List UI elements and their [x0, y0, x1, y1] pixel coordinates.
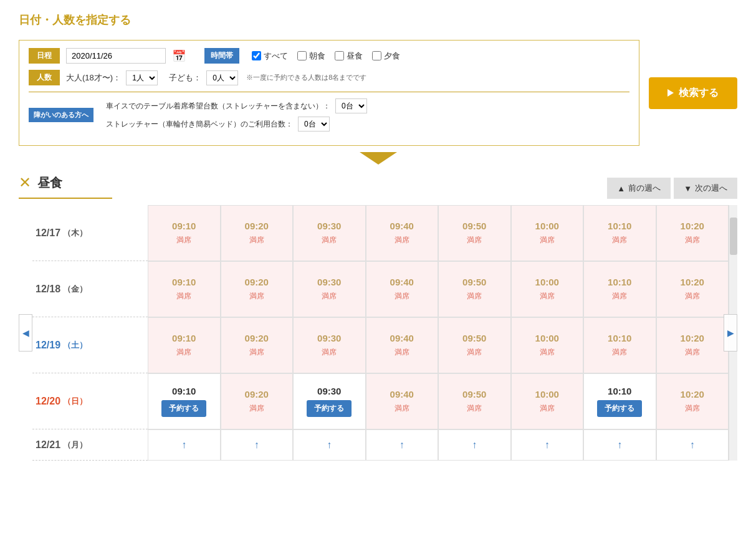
all-checkbox-item[interactable]: すべて: [252, 50, 288, 62]
search-btn-arrow-icon: [667, 89, 674, 97]
disability-row: 障がいのある方へ 車イスでのテーブル着席希望台数（ストレッチャーを含まない）： …: [29, 98, 629, 132]
date-row: 日程 📅 時間帯 すべて 朝食 昼食: [29, 48, 629, 64]
slot-1220-1000: 10:00満席: [511, 373, 584, 429]
lunch-checkbox[interactable]: [335, 51, 344, 60]
date-cell-1220: 12/20 （日）: [32, 373, 148, 429]
scrollbar-thumb[interactable]: [730, 218, 737, 255]
next-week-arrow: ▼: [684, 184, 692, 193]
person-fields: 大人(18才〜)： 1人2人3人 4人5人6人 7人8人 子ども： 0人1人2人…: [66, 70, 366, 85]
slot-1221-1020: ↑: [656, 429, 729, 461]
calendar-icon[interactable]: 📅: [172, 49, 186, 63]
meal-title-block: ✕ 昼食: [19, 174, 112, 199]
schedule-grid-wrapper: ◀ 12/17 （木） 12/18 （金） 12/19 （土） 12/20 （日…: [19, 205, 737, 461]
slots-row-1221: ↑ ↑ ↑ ↑ ↑ ↑: [148, 429, 729, 461]
slot-1218-0910: 09:10満席: [148, 261, 221, 317]
slot-1217-1000: 10:00満席: [511, 205, 584, 261]
date-cell-1217: 12/17 （木）: [32, 205, 148, 261]
search-button[interactable]: 検索する: [649, 77, 737, 109]
stretcher-select[interactable]: 0台1台2台: [298, 117, 330, 132]
slot-1218-1010: 10:10満席: [583, 261, 656, 317]
slot-1217-1010: 10:10満席: [583, 205, 656, 261]
search-form: 日程 📅 時間帯 すべて 朝食 昼食: [19, 40, 639, 146]
slot-1221-0930: ↑: [293, 429, 366, 461]
slot-1217-0910: 09:10満席: [148, 205, 221, 261]
slot-1219-0910: 09:10満席: [148, 317, 221, 373]
date-cell-1219: 12/19 （土）: [32, 317, 148, 373]
week-nav: ▲ 前の週へ ▼ 次の週へ: [607, 178, 737, 199]
reserve-btn-1220-1010[interactable]: 予約する: [597, 400, 642, 417]
meal-title-text: 昼食: [37, 175, 62, 191]
person-label: 人数: [29, 70, 60, 85]
slot-1219-0920: 09:20満席: [221, 317, 294, 373]
slot-1219-1020: 10:20満席: [656, 317, 729, 373]
slot-1219-1010: 10:10満席: [583, 317, 656, 373]
scroll-left-button[interactable]: ◀: [19, 314, 32, 352]
reserve-btn-1220-0930[interactable]: 予約する: [307, 400, 352, 417]
slot-1217-0930: 09:30満席: [293, 205, 366, 261]
date-input[interactable]: [66, 48, 166, 64]
slot-1218-1000: 10:00満席: [511, 261, 584, 317]
slots-row-1219: 09:10満席 09:20満席 09:30満席 09:40満席 09:50満席 …: [148, 317, 729, 373]
slot-1218-0940: 09:40満席: [366, 261, 439, 317]
adult-select[interactable]: 1人2人3人 4人5人6人 7人8人: [126, 70, 158, 85]
date-labels-column: 12/17 （木） 12/18 （金） 12/19 （土） 12/20 （日） …: [32, 205, 148, 461]
lunch-checkbox-item[interactable]: 昼食: [335, 50, 363, 62]
meal-header: ✕ 昼食 ▲ 前の週へ ▼ 次の週へ: [19, 174, 737, 199]
slot-1217-0920: 09:20満席: [221, 205, 294, 261]
date-cell-1221: 12/21 （月）: [32, 429, 148, 461]
child-select[interactable]: 0人1人2人 3人4人5人: [206, 70, 238, 85]
search-btn-col: 検索する: [649, 40, 737, 146]
slot-1221-0940: ↑: [366, 429, 439, 461]
slot-1218-1020: 10:20満席: [656, 261, 729, 317]
breakfast-checkbox-item[interactable]: 朝食: [297, 50, 325, 62]
disability-label: 障がいのある方へ: [29, 108, 93, 122]
slots-area: 09:10満席 09:20満席 09:30満席 09:40満席 09:50満席 …: [148, 205, 729, 461]
all-checkbox[interactable]: [252, 51, 261, 60]
slot-1221-0910: ↑: [148, 429, 221, 461]
slot-1220-0930: 09:30 予約する: [293, 373, 366, 429]
slot-1220-0950: 09:50満席: [438, 373, 511, 429]
form-divider: [29, 92, 629, 92]
slot-1220-1010: 10:10 予約する: [583, 373, 656, 429]
time-label: 時間帯: [204, 48, 239, 64]
search-form-wrapper: 日程 📅 時間帯 すべて 朝食 昼食: [19, 40, 737, 146]
date-cell-1218: 12/18 （金）: [32, 261, 148, 317]
reserve-btn-1220-0910[interactable]: 予約する: [161, 400, 206, 417]
disability-fields: 車イスでのテーブル着席希望台数（ストレッチャーを含まない）： 0台1台2台3台 …: [106, 98, 367, 132]
wheelchair-select[interactable]: 0台1台2台3台: [335, 98, 367, 113]
prev-week-arrow: ▲: [617, 184, 625, 193]
slot-1220-0920: 09:20満席: [221, 373, 294, 429]
slot-1217-1020: 10:20満席: [656, 205, 729, 261]
wheelchair-item: 車イスでのテーブル着席希望台数（ストレッチャーを含まない）： 0台1台2台3台: [106, 98, 367, 113]
slot-1218-0920: 09:20満席: [221, 261, 294, 317]
page-container: 日付・人数を指定する 日程 📅 時間帯 すべて 朝食: [0, 0, 756, 536]
triangle-down-icon: [360, 152, 397, 165]
slot-1220-0940: 09:40満席: [366, 373, 439, 429]
person-row: 人数 大人(18才〜)： 1人2人3人 4人5人6人 7人8人 子ども： 0人1…: [29, 70, 629, 85]
dinner-checkbox[interactable]: [372, 51, 381, 60]
stretcher-item: ストレッチャー（車輪付き簡易ベッド）のご利用台数： 0台1台2台: [106, 117, 367, 132]
dinner-checkbox-item[interactable]: 夕食: [372, 50, 400, 62]
slot-1221-1010: ↑: [583, 429, 656, 461]
slot-1218-0950: 09:50満席: [438, 261, 511, 317]
slot-1221-0950: ↑: [438, 429, 511, 461]
slot-1219-0930: 09:30満席: [293, 317, 366, 373]
scroll-right-button[interactable]: ▶: [724, 314, 737, 352]
slots-row-1220: 09:10 予約する 09:20満席 09:30 予約する 09:40満席 09…: [148, 373, 729, 429]
meal-section: ✕ 昼食 ▲ 前の週へ ▼ 次の週へ ◀: [19, 174, 737, 461]
slots-row-1218: 09:10満席 09:20満席 09:30満席 09:40満席 09:50満席 …: [148, 261, 729, 317]
slot-1219-1000: 10:00満席: [511, 317, 584, 373]
date-label: 日程: [29, 48, 60, 64]
prev-week-button[interactable]: ▲ 前の週へ: [607, 178, 671, 199]
next-week-button[interactable]: ▼ 次の週へ: [674, 178, 737, 199]
slot-1217-0950: 09:50満席: [438, 205, 511, 261]
slot-1220-0910: 09:10 予約する: [148, 373, 221, 429]
slot-1219-0940: 09:40満席: [366, 317, 439, 373]
slot-1219-0950: 09:50満席: [438, 317, 511, 373]
slot-1221-0920: ↑: [221, 429, 294, 461]
breakfast-checkbox[interactable]: [297, 51, 307, 60]
triangle-divider: [19, 152, 737, 165]
slot-1220-1020: 10:20満席: [656, 373, 729, 429]
slot-1218-0930: 09:30満席: [293, 261, 366, 317]
slots-row-1217: 09:10満席 09:20満席 09:30満席 09:40満席 09:50満席 …: [148, 205, 729, 261]
